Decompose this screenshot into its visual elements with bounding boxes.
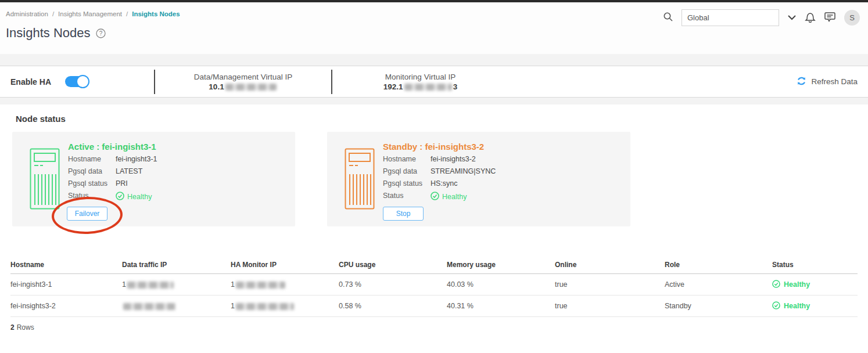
table-header-row: Hostname Data traffic IP HA Monitor IP C…	[10, 256, 858, 274]
vip-value: 192.13	[332, 82, 508, 91]
field-value: HS:sync	[431, 179, 458, 188]
table-row[interactable]: fei-insights3-2 1 0.58 % 40.31 % true St…	[10, 296, 858, 317]
vip-label: Data/Management Virtual IP	[155, 73, 331, 81]
data-management-vip: Data/Management Virtual IP 10.1	[155, 73, 331, 91]
field-value: LATEST	[116, 167, 142, 175]
page-title: Insights Nodes	[6, 26, 91, 41]
help-icon[interactable]: ?	[96, 28, 106, 38]
redacted-ip	[123, 303, 175, 310]
cell-hostname: fei-insights3-2	[10, 302, 122, 310]
check-circle-icon	[116, 192, 124, 202]
redacted-ip	[127, 282, 174, 289]
check-circle-icon	[772, 280, 780, 290]
col-role: Role	[665, 261, 772, 269]
scope-input[interactable]	[682, 9, 779, 26]
chevron-down-icon	[787, 13, 797, 22]
nodes-table: Hostname Data traffic IP HA Monitor IP C…	[10, 256, 858, 338]
svg-text:?: ?	[99, 30, 102, 37]
vip-label: Monitoring Virtual IP	[332, 73, 508, 81]
field-label: Hostname	[68, 155, 116, 163]
scope-dropdown-button[interactable]	[787, 13, 797, 22]
refresh-icon	[797, 76, 806, 88]
cell-ha-monitor-ip: 1	[231, 280, 339, 289]
cell-role: Standby	[665, 302, 772, 310]
spacer-band	[0, 98, 868, 105]
breadcrumb-insights-nodes: Insights Nodes	[132, 10, 180, 17]
field-value: STREAMING|SYNC	[431, 167, 496, 175]
enable-ha-toggle[interactable]	[65, 76, 88, 87]
redacted-ip	[236, 303, 294, 310]
search-icon	[663, 12, 673, 24]
redacted-ip	[225, 84, 277, 91]
ha-settings-bar: Enable HA Data/Management Virtual IP 10.…	[0, 66, 868, 98]
table-footer: 2 Rows	[10, 317, 858, 338]
bell-icon	[805, 11, 816, 24]
field-label: Pgsql status	[383, 179, 431, 188]
refresh-data-button[interactable]: Refresh Data	[797, 76, 858, 88]
cell-data-traffic-ip: 1	[122, 280, 231, 289]
field-value: fei-ingisht3-1	[116, 155, 157, 163]
user-avatar[interactable]: S	[844, 10, 860, 26]
col-status: Status	[772, 261, 858, 269]
cell-ha-monitor-ip: 1	[231, 302, 339, 310]
cell-cpu: 0.58 %	[339, 302, 447, 310]
feedback-button[interactable]	[824, 12, 836, 24]
notifications-button[interactable]	[805, 11, 816, 24]
cell-data-traffic-ip	[122, 302, 231, 310]
monitoring-vip: Monitoring Virtual IP 192.13	[332, 73, 508, 91]
refresh-label: Refresh Data	[811, 77, 858, 86]
server-tower-icon	[30, 148, 60, 221]
field-value: PRI	[116, 179, 128, 188]
chat-icon	[824, 12, 836, 24]
field-label: Hostname	[383, 155, 431, 163]
enable-ha-label: Enable HA	[10, 77, 51, 87]
cell-memory: 40.03 %	[447, 280, 555, 289]
cell-memory: 40.31 %	[447, 302, 555, 310]
breadcrumb-separator: /	[126, 10, 128, 17]
cell-online: true	[555, 280, 665, 289]
cell-status: Healthy	[772, 301, 858, 311]
stop-button[interactable]: Stop	[383, 207, 424, 221]
breadcrumb-administration[interactable]: Administration	[6, 10, 48, 17]
table-row[interactable]: fei-ingisht3-1 1 1 0.73 % 40.03 % true A…	[10, 274, 858, 296]
main-content: Node status Active : fei-ingisht3-1 Host…	[0, 105, 868, 338]
field-label: Pgsql status	[68, 179, 116, 188]
standby-card-title: Standby : fei-insights3-2	[383, 142, 496, 152]
standby-node-card: Standby : fei-insights3-2 Hostnamefei-in…	[327, 132, 630, 226]
status-label: Status	[383, 192, 431, 202]
active-card-title: Active : fei-ingisht3-1	[68, 142, 157, 152]
col-data-traffic-ip: Data traffic IP	[122, 261, 231, 269]
row-count: 2	[10, 323, 15, 332]
node-health-status: Healthy	[116, 192, 152, 202]
breadcrumb-separator: /	[52, 10, 54, 17]
redacted-ip	[404, 84, 452, 91]
field-label: Pgsql data	[68, 167, 116, 175]
active-node-card: Active : fei-ingisht3-1 Hostnamefei-ingi…	[12, 132, 295, 226]
node-status-heading: Node status	[10, 105, 858, 132]
search-button[interactable]	[663, 12, 673, 24]
breadcrumb-insights-management[interactable]: Insights Management	[58, 10, 122, 17]
col-ha-monitor-ip: HA Monitor IP	[231, 261, 339, 269]
col-hostname: Hostname	[10, 261, 122, 269]
cell-online: true	[555, 302, 665, 310]
page-header: Administration / Insights Management / I…	[0, 2, 868, 54]
redacted-ip	[236, 282, 285, 289]
avatar-initial: S	[849, 13, 855, 22]
node-health-status: Healthy	[431, 192, 467, 202]
spacer-band	[0, 54, 868, 66]
check-circle-icon	[772, 301, 780, 311]
col-memory-usage: Memory usage	[447, 261, 555, 269]
server-tower-icon	[345, 148, 375, 221]
col-cpu-usage: CPU usage	[339, 261, 447, 269]
vip-value: 10.1	[155, 82, 331, 91]
failover-button[interactable]: Failover	[67, 207, 107, 221]
status-label: Status	[68, 192, 116, 202]
cell-cpu: 0.73 %	[339, 280, 447, 289]
cell-hostname: fei-ingisht3-1	[10, 280, 122, 289]
col-online: Online	[555, 261, 665, 269]
field-label: Pgsql data	[383, 167, 431, 175]
cell-status: Healthy	[772, 280, 858, 290]
cell-role: Active	[665, 280, 772, 289]
check-circle-icon	[431, 192, 439, 202]
field-value: fei-insights3-2	[431, 155, 476, 163]
